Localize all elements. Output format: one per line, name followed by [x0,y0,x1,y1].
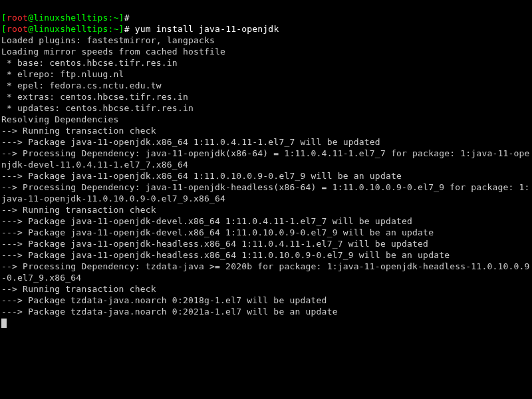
prompt-at: @ [28,13,33,23]
prompt-open-bracket: [ [1,24,7,34]
prompt-close-bracket: ] [119,24,124,34]
output-line: * base: centos.hbcse.tifr.res.in [1,58,178,68]
output-line: ---> Package tzdata-java.noarch 0:2021a-… [1,307,338,317]
prompt-host: linuxshelltips [33,13,108,23]
prompt-host: linuxshelltips [33,24,108,34]
output-line: --> Processing Dependency: java-11-openj… [1,148,530,170]
prompt-user: root [7,24,28,34]
prompt-at: @ [28,24,33,34]
command-yum-install: yum install java-11-openjdk [135,24,279,34]
prompt-line-2: [root@linuxshelltips:~]# yum install jav… [1,24,279,34]
cursor-icon [1,319,7,328]
output-line: --> Running transaction check [1,284,156,294]
output-line: ---> Package java-11-openjdk-headless.x8… [1,239,428,249]
output-line: --> Processing Dependency: tzdata-java >… [1,261,530,283]
output-line: ---> Package java-11-openjdk-headless.x8… [1,250,450,260]
output-line: ---> Package java-11-openjdk-devel.x86_6… [1,227,434,237]
prompt-hash: # [124,13,130,23]
output-line: --> Processing Dependency: java-11-openj… [1,182,530,203]
output-line: --> Running transaction check [1,205,156,215]
output-line: * elrepo: ftp.nluug.nl [1,69,124,79]
output-line: ---> Package java-11-openjdk.x86_64 1:11… [1,137,380,147]
output-line: ---> Package java-11-openjdk-devel.x86_6… [1,216,412,226]
output-line: ---> Package java-11-openjdk.x86_64 1:11… [1,171,402,181]
output-line: --> Running transaction check [1,126,156,136]
prompt-cwd: ~ [114,13,119,23]
prompt-user: root [7,13,28,23]
prompt-line-1: [root@linuxshelltips:~]# [1,13,135,23]
prompt-close-bracket: ] [119,13,124,23]
output-line: Resolving Dependencies [1,114,119,124]
output-line: Loading mirror speeds from cached hostfi… [1,47,225,57]
output-line: ---> Package tzdata-java.noarch 0:2018g-… [1,295,327,305]
prompt-colon: : [108,13,114,23]
prompt-cwd: ~ [114,24,119,34]
output-line: * updates: centos.hbcse.tifr.res.in [1,103,194,113]
prompt-open-bracket: [ [1,13,7,23]
prompt-colon: : [108,24,114,34]
terminal-output[interactable]: [root@linuxshelltips:~]# [root@linuxshel… [0,0,532,329]
output-line: Loaded plugins: fastestmirror, langpacks [1,35,215,45]
prompt-hash: # [124,24,130,34]
output-line: * extras: centos.hbcse.tifr.res.in [1,92,188,102]
output-line: * epel: fedora.cs.nctu.edu.tw [1,80,162,90]
